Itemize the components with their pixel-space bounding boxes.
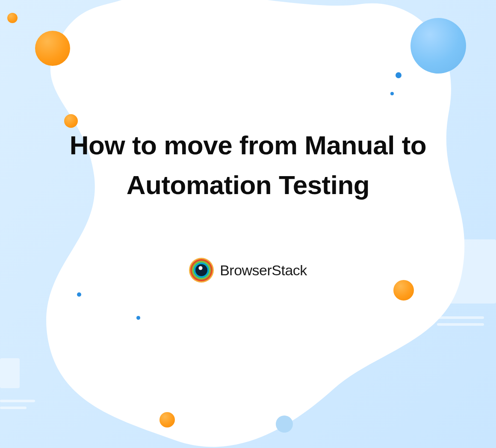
accent-lines-left <box>0 400 35 413</box>
brand-logo-row: BrowserStack <box>0 258 496 283</box>
circle-orange-mid-right <box>393 280 414 301</box>
circle-orange-large-top-left <box>35 31 70 66</box>
circle-blue-bottom-center <box>276 416 293 433</box>
dot-blue-mid-left <box>77 292 81 297</box>
dot-blue-top-right-1 <box>396 72 402 78</box>
circle-blue-large-top-right <box>410 18 466 74</box>
circle-orange-bottom-center <box>159 412 175 427</box>
hero-banner: How to move from Manual to Automation Te… <box>0 0 496 448</box>
brand-name: BrowserStack <box>220 262 307 279</box>
accent-rect-left <box>0 358 20 388</box>
accent-lines-right <box>424 316 484 330</box>
browserstack-logo-icon <box>189 258 214 283</box>
dot-blue-mid-center <box>136 316 140 320</box>
dot-blue-top-right-2 <box>390 92 394 95</box>
headline-text: How to move from Manual to Automation Te… <box>0 125 496 205</box>
circle-orange-small-top-left <box>7 13 18 23</box>
